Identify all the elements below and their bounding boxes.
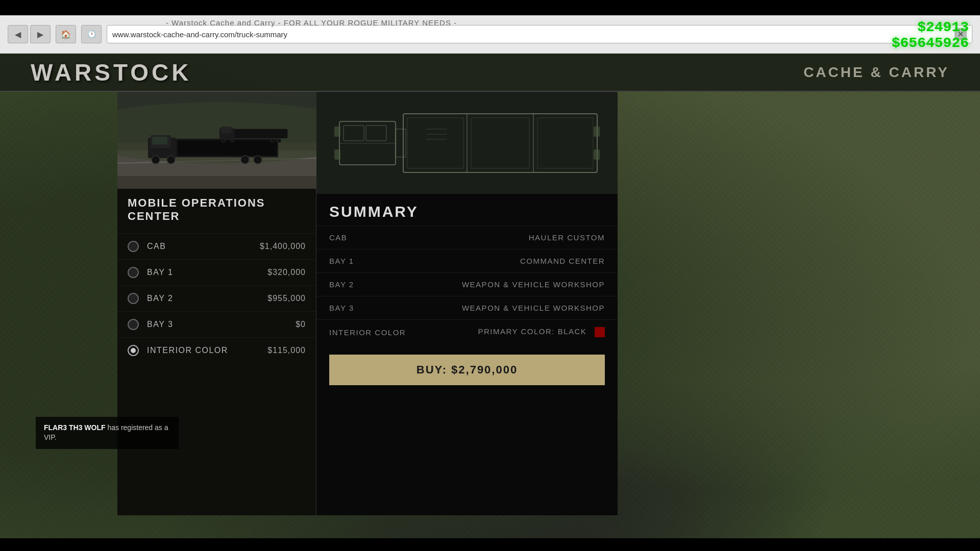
option-label-cab: CAB <box>147 242 260 251</box>
warstock-brand: WARSTOCK <box>31 59 192 86</box>
summary-value-interior: PRIMARY COLOR: BLACK <box>478 327 605 337</box>
summary-row-interior: INTERIOR COLOR PRIMARY COLOR: BLACK <box>316 319 618 344</box>
vehicle-image <box>117 92 316 189</box>
option-row-bay1[interactable]: BAY 1 $320,000 <box>117 259 316 285</box>
svg-point-20 <box>277 139 281 143</box>
notification-name: FLAR3 TH3 WOLF <box>44 423 106 432</box>
radio-bay2[interactable] <box>128 293 139 304</box>
main-content: MOBILE OPERATIONS CENTER CAB $1,400,000 … <box>117 92 618 515</box>
option-row-bay2[interactable]: BAY 2 $955,000 <box>117 285 316 311</box>
svg-point-8 <box>152 156 160 164</box>
option-label-bay2: BAY 2 <box>147 294 267 303</box>
radio-bay1[interactable] <box>128 267 139 278</box>
svg-point-19 <box>271 139 275 143</box>
option-label-interior: INTERIOR COLOR <box>147 346 267 355</box>
summary-value-cab: HAULER CUSTOM <box>529 233 605 242</box>
summary-label-cab: CAB <box>329 233 529 242</box>
svg-rect-11 <box>177 140 277 156</box>
option-price-bay1: $320,000 <box>267 268 306 277</box>
money-line-1: $24913 <box>892 19 969 35</box>
notification: FLAR3 TH3 WOLF has registered as a VIP. <box>36 417 179 449</box>
svg-rect-34 <box>334 149 340 160</box>
summary-row-bay1: BAY 1 COMMAND CENTER <box>316 249 618 272</box>
svg-rect-36 <box>594 149 600 160</box>
nav-buttons: ◀ ▶ <box>8 25 51 43</box>
option-row-cab[interactable]: CAB $1,400,000 <box>117 233 316 259</box>
svg-rect-15 <box>221 127 232 133</box>
back-button[interactable]: ◀ <box>8 25 28 43</box>
summary-value-bay2: WEAPON & VEHICLE WORKSHOP <box>462 280 605 289</box>
home-button[interactable]: 🏠 <box>56 25 76 43</box>
option-price-interior: $115,000 <box>267 346 306 355</box>
summary-label-bay2: BAY 2 <box>329 280 462 289</box>
option-row-interior[interactable]: INTERIOR COLOR $115,000 <box>117 337 316 363</box>
warstock-header: WARSTOCK CACHE & CARRY <box>0 54 980 92</box>
svg-rect-7 <box>152 137 167 144</box>
url-text: www.warstock-cache-and-carry.com/truck-s… <box>112 30 954 39</box>
option-row-bay3[interactable]: BAY 3 $0 <box>117 311 316 337</box>
svg-rect-33 <box>334 127 340 137</box>
left-panel: MOBILE OPERATIONS CENTER CAB $1,400,000 … <box>117 92 316 515</box>
summary-label-bay3: BAY 3 <box>329 304 462 312</box>
option-price-bay2: $955,000 <box>267 294 306 303</box>
svg-point-18 <box>230 139 234 143</box>
summary-title: SUMMARY <box>316 194 618 226</box>
svg-point-12 <box>241 156 249 164</box>
summary-label-interior: INTERIOR COLOR <box>329 328 478 337</box>
option-label-bay3: BAY 3 <box>147 320 296 329</box>
browser-chrome: ◀ ▶ 🏠 🕐 www.warstock-cache-and-carry.com… <box>0 15 980 54</box>
vehicle-name: MOBILE OPERATIONS CENTER <box>117 189 316 233</box>
buy-button[interactable]: BUY: $2,790,000 <box>329 355 605 385</box>
top-bar <box>0 0 980 15</box>
notification-text: FLAR3 TH3 WOLF has registered as a VIP. <box>44 423 168 442</box>
summary-row-cab: CAB HAULER CUSTOM <box>316 226 618 249</box>
money-line-2: $65645926 <box>892 35 969 51</box>
forward-button[interactable]: ▶ <box>30 25 51 43</box>
radio-bay3[interactable] <box>128 319 139 330</box>
option-price-bay3: $0 <box>296 320 306 329</box>
history-button[interactable]: 🕐 <box>81 25 102 43</box>
svg-point-9 <box>167 156 175 164</box>
money-display: $24913 $65645926 <box>886 15 975 55</box>
radio-interior[interactable] <box>128 345 139 356</box>
right-panel: SUMMARY CAB HAULER CUSTOM BAY 1 COMMAND … <box>316 92 618 515</box>
cache-carry-subtitle: CACHE & CARRY <box>803 64 949 81</box>
summary-row-bay3: BAY 3 WEAPON & VEHICLE WORKSHOP <box>316 296 618 319</box>
vehicle-blueprint <box>316 92 618 194</box>
option-price-cab: $1,400,000 <box>260 242 306 251</box>
bottom-bar <box>0 538 980 551</box>
svg-rect-16 <box>234 129 287 138</box>
summary-label-bay1: BAY 1 <box>329 257 520 265</box>
svg-point-17 <box>222 139 226 143</box>
radio-cab[interactable] <box>128 241 139 252</box>
option-label-bay1: BAY 1 <box>147 268 267 277</box>
summary-value-bay3: WEAPON & VEHICLE WORKSHOP <box>462 304 605 312</box>
url-bar[interactable]: www.warstock-cache-and-carry.com/truck-s… <box>107 25 972 43</box>
summary-value-bay1: COMMAND CENTER <box>520 257 605 265</box>
color-swatch[interactable] <box>595 327 605 337</box>
svg-rect-35 <box>594 127 600 137</box>
summary-row-bay2: BAY 2 WEAPON & VEHICLE WORKSHOP <box>316 272 618 296</box>
svg-point-13 <box>254 156 262 164</box>
